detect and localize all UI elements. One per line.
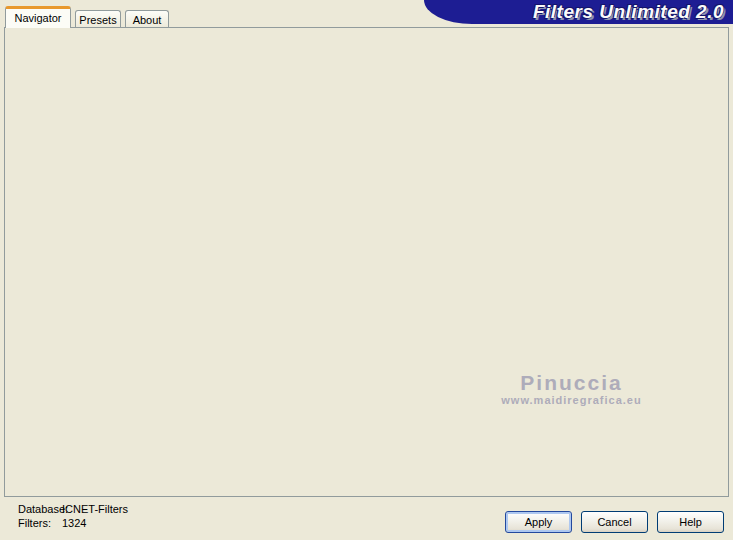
status-filters-label: Filters: (18, 516, 62, 530)
apply-button[interactable]: Apply (505, 511, 572, 533)
title-banner: Filters Unlimited 2.0 (424, 0, 733, 24)
navigator-tab-page (4, 27, 729, 497)
cancel-button[interactable]: Cancel (581, 511, 648, 533)
status-database-label: Database: (18, 502, 62, 516)
tab-presets[interactable]: Presets (75, 10, 121, 28)
status-filters-value: 1324 (62, 516, 86, 530)
tab-about[interactable]: About (125, 10, 169, 28)
help-button[interactable]: Help (657, 511, 724, 533)
tab-navigator[interactable]: Navigator (5, 6, 71, 28)
filters-unlimited-dialog: Filters Unlimited 2.0 Navigator Presets … (0, 0, 733, 540)
status-database-value: ICNET-Filters (62, 502, 128, 516)
app-title: Filters Unlimited 2.0 (533, 1, 724, 23)
status-area: Database: ICNET-Filters Filters: 1324 (18, 502, 128, 530)
